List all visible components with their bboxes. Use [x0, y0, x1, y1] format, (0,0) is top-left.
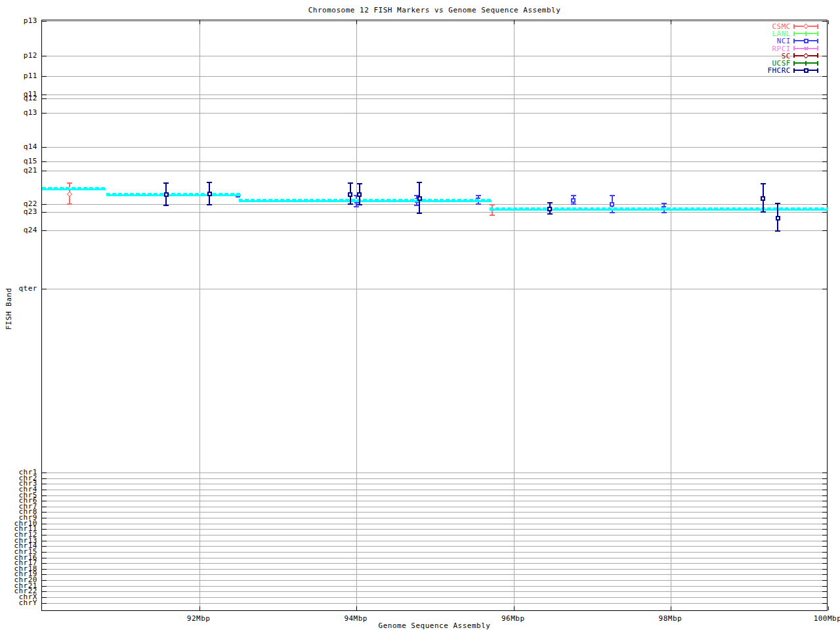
band-tick-left [42, 529, 47, 530]
band-tick-right [822, 541, 827, 541]
x-tick-bottom [356, 606, 357, 610]
band-tick-left [42, 558, 47, 558]
band-gridline [42, 552, 827, 553]
band-gridline [42, 113, 827, 114]
band-tick-left [42, 512, 47, 513]
band-gridline [42, 472, 827, 473]
band-tick-right [822, 603, 827, 604]
marker-plus [805, 32, 807, 36]
band-tick-left [42, 94, 47, 95]
marker-square [761, 196, 765, 201]
band-gridline [42, 586, 827, 587]
band-tick-left [42, 603, 47, 604]
error-bar-cap [476, 195, 481, 196]
band-gridline [42, 603, 827, 604]
marker-diamond [67, 192, 72, 197]
band-tick-right [822, 574, 827, 575]
band-tick-right [822, 569, 827, 570]
band-gridline [42, 98, 827, 99]
y-tick-label: q15 [0, 158, 37, 165]
x-tick-bottom [828, 606, 829, 610]
band-tick-right [822, 518, 827, 518]
band-tick-left [42, 501, 47, 501]
band-tick-right [822, 113, 827, 114]
chart-title: Chromosome 12 FISH Markers vs Genome Seq… [41, 6, 828, 14]
band-tick-right [822, 591, 827, 592]
x-gridline [356, 20, 357, 610]
y-tick-label: q12 [0, 94, 37, 102]
legend-sample-cap [817, 53, 818, 58]
legend-sample-cap [793, 61, 795, 66]
band-tick-left [42, 478, 47, 479]
band-gridline [42, 501, 827, 501]
error-bar-cap [207, 182, 212, 183]
band-tick-right [822, 524, 827, 524]
error-bar-cap [357, 183, 362, 184]
legend-sample-cap [793, 24, 795, 29]
fish-band-segment [239, 199, 492, 202]
band-tick-right [822, 204, 827, 205]
x-tick-label: 94Mbp [336, 614, 375, 623]
x-gridline [671, 20, 671, 610]
band-tick-left [42, 524, 47, 524]
error-bar-cap [571, 195, 576, 196]
marker-square [571, 198, 576, 203]
x-tick-label: 98Mbp [650, 614, 690, 623]
error-bar-cap [775, 230, 780, 232]
band-tick-left [42, 546, 47, 547]
x-tick-top [200, 20, 200, 24]
x-tick-bottom [514, 606, 514, 610]
y-tick-label: qter [0, 285, 37, 292]
legend-sample-cap [793, 46, 795, 51]
band-tick-right [822, 580, 827, 581]
marker-square [207, 192, 212, 196]
marker-plus [805, 61, 807, 66]
error-bar-cap [571, 203, 576, 205]
band-tick-left [42, 171, 47, 171]
band-tick-left [42, 535, 47, 536]
band-gridline [42, 518, 827, 518]
error-bar-cap [662, 203, 667, 204]
band-tick-right [822, 552, 827, 553]
y-tick-label: q14 [0, 143, 37, 150]
band-gridline [42, 484, 827, 484]
band-tick-left [42, 289, 47, 289]
band-gridline [42, 490, 827, 490]
band-tick-left [42, 76, 47, 77]
x-tick-label: 92Mbp [179, 614, 219, 623]
error-bar-cap [207, 204, 212, 205]
x-tick-top [828, 20, 829, 24]
legend-sample-cap [817, 39, 818, 43]
marker-square [348, 192, 352, 197]
band-tick-left [42, 113, 47, 114]
marker-square [804, 39, 808, 43]
x-tick-bottom [200, 606, 200, 610]
error-bar-cap [67, 182, 72, 184]
band-gridline [42, 56, 827, 56]
x-tick-top [671, 20, 671, 24]
band-tick-left [42, 490, 47, 490]
band-tick-right [822, 495, 827, 496]
legend-sample-cap [793, 53, 795, 58]
x-tick-bottom [671, 606, 671, 610]
legend-sample-cap [793, 39, 795, 43]
legend-sample-cap [817, 61, 818, 66]
error-bar-cap [476, 203, 481, 205]
band-tick-right [822, 546, 827, 547]
x-tick-top [356, 20, 357, 24]
x-gridline [200, 20, 200, 610]
band-tick-left [42, 472, 47, 473]
x-axis-title: Genome Sequence Assembly [41, 621, 828, 630]
error-bar-cap [547, 213, 553, 215]
marker-square [610, 202, 614, 207]
band-tick-right [822, 484, 827, 484]
error-bar-cap [761, 211, 766, 213]
band-tick-left [42, 507, 47, 507]
error-bar-cap [610, 212, 615, 213]
band-tick-left [42, 161, 47, 162]
band-gridline [42, 529, 827, 530]
y-tick-label: q22 [0, 200, 37, 207]
band-tick-left [42, 518, 47, 518]
band-gridline [42, 558, 827, 558]
band-tick-left [42, 21, 47, 22]
